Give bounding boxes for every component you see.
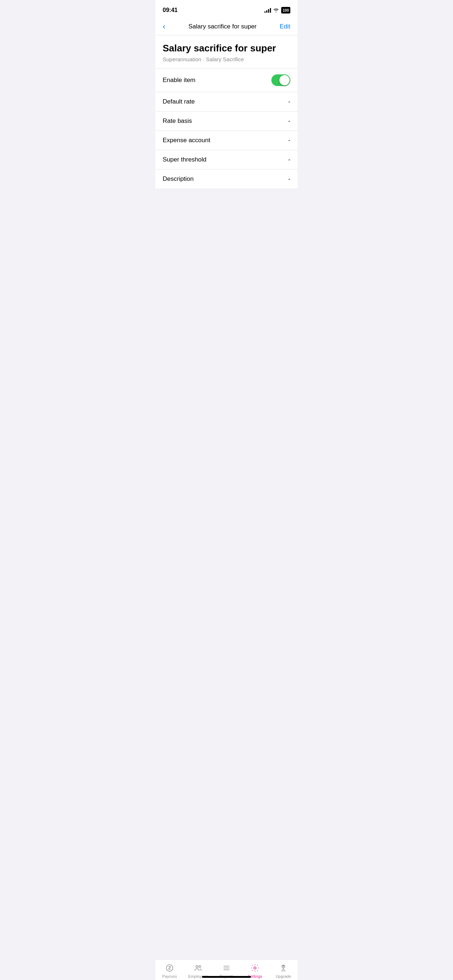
field-value-expense-account: -	[288, 137, 290, 144]
gray-area	[155, 188, 298, 325]
field-super-threshold[interactable]: Super threshold -	[155, 150, 298, 170]
enable-label: Enable item	[163, 76, 196, 84]
signal-icon	[265, 8, 271, 13]
enable-toggle[interactable]	[271, 75, 290, 86]
toggle-knob	[279, 75, 290, 85]
status-time: 09:41	[163, 7, 178, 13]
page-subtitle: Superannuation · Salary Sacrifice	[163, 56, 290, 62]
field-label-super-threshold: Super threshold	[163, 156, 206, 163]
field-value-description: -	[288, 175, 290, 183]
field-expense-account[interactable]: Expense account -	[155, 131, 298, 150]
enable-section: Enable item	[155, 68, 298, 92]
field-label-expense-account: Expense account	[163, 137, 210, 144]
field-label-description: Description	[163, 175, 194, 183]
nav-title: Salary sacrifice for super	[188, 23, 257, 30]
status-bar: 09:41 100	[155, 0, 298, 18]
field-description[interactable]: Description -	[155, 170, 298, 188]
field-value-super-threshold: -	[288, 156, 290, 163]
header-section: Salary sacrifice for super Superannuatio…	[155, 35, 298, 68]
field-label-default-rate: Default rate	[163, 98, 195, 105]
field-rate-basis[interactable]: Rate basis -	[155, 111, 298, 131]
battery-icon: 100	[281, 7, 290, 13]
edit-button[interactable]: Edit	[280, 23, 290, 30]
wifi-icon	[273, 8, 279, 13]
nav-bar: ‹ Salary sacrifice for super Edit	[155, 18, 298, 35]
field-default-rate[interactable]: Default rate -	[155, 92, 298, 111]
fields-list: Default rate - Rate basis - Expense acco…	[155, 92, 298, 188]
status-icons: 100	[265, 7, 290, 13]
field-value-rate-basis: -	[288, 118, 290, 125]
field-value-default-rate: -	[288, 98, 290, 105]
field-label-rate-basis: Rate basis	[163, 118, 192, 125]
page-title: Salary sacrifice for super	[163, 43, 290, 54]
back-button[interactable]: ‹	[163, 22, 165, 30]
